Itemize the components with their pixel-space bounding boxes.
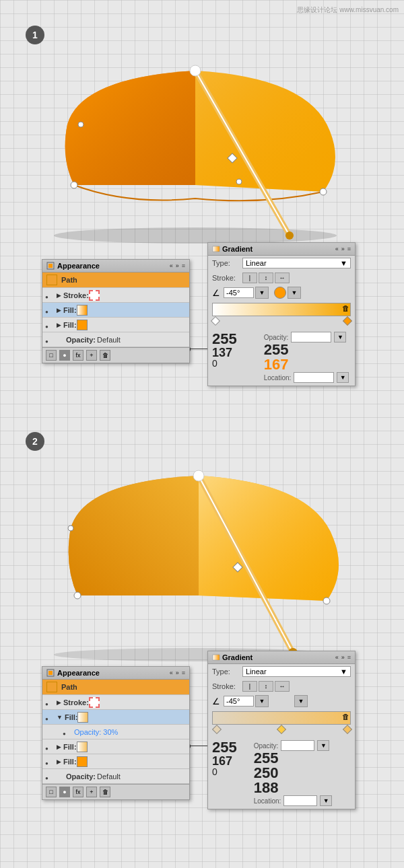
step2-type-select[interactable]: Linear ▼ [242,666,351,677]
fill1-eye-icon[interactable] [45,307,55,314]
fill2-eye-icon[interactable] [45,322,55,328]
step1-path-row: Path [42,273,189,288]
opacity-eye-icon[interactable] [45,336,55,343]
step2-type-label: Type: [212,667,242,676]
angle-symbol: ∠ [212,288,220,298]
stroke-label-grad: Stroke: [212,274,242,282]
step2-grad-stop-left[interactable] [212,725,222,734]
fx-icon[interactable]: fx [73,350,83,361]
gradient-panel-controls[interactable]: «»≡ [335,246,351,252]
step2-delete-stop-icon[interactable]: 🗑 [342,713,349,721]
second-dropdown[interactable]: ▼ [288,287,301,299]
step2-fill1-arrow-down[interactable]: ▼ [57,714,63,721]
step1-r2-value: 255 [264,342,349,357]
step1-number: 1 [26,26,44,44]
step2-stroke-btn3[interactable]: ↔ [275,681,290,692]
delete-stop-icon[interactable]: 🗑 [342,304,349,312]
type-dropdown-arrow[interactable]: ▼ [340,259,347,267]
step1-stroke-label: Stroke: [63,291,89,299]
stroke-btn1[interactable]: | [242,273,257,283]
step2-stroke-arrow-icon[interactable]: ▶ [57,699,61,706]
step2-second-dropdown[interactable]: ▼ [294,695,308,707]
step2-fx-icon[interactable]: fx [73,787,83,797]
grad-stop-right[interactable] [343,316,352,326]
location-dd[interactable]: ▼ [337,372,349,383]
step1-fill2-label: Fill: [63,321,77,329]
step2-fill3-arrow-icon[interactable]: ▶ [57,758,61,765]
step1-fill2-row[interactable]: ▶ Fill: [42,318,189,332]
step1-opacity-row: Opacity: Default [42,332,189,347]
step2-opacity-field[interactable] [281,740,314,751]
step2-fill2-swatch [77,742,88,752]
svg-point-17 [193,470,204,481]
step2-angle-input[interactable]: -45° [224,696,254,707]
step2-fill1-eye-icon[interactable] [45,714,55,721]
step2-location-field[interactable] [283,795,317,806]
step2-stroke-btn1[interactable]: | [242,681,257,692]
stroke-btn3[interactable]: ↔ [275,273,290,283]
step2-type-dropdown-arrow[interactable]: ▼ [340,667,347,676]
step2-right-color-values: Opacity: ▼ 255 250 188 Location: ▼ [254,740,333,806]
step2-fill3-row[interactable]: ▶ Fill: [42,754,189,769]
stroke-arrow-icon[interactable]: ▶ [57,292,61,299]
step1-opacity-inline-label: Opacity: [264,334,289,341]
stroke-buttons[interactable]: | ↕ ↔ [242,273,290,283]
step1-b1-value: 0 [212,359,237,368]
step2-opacity-eye-icon[interactable] [45,773,55,780]
step2-path-label: Path [61,683,77,691]
step2-fill2-arrow-icon[interactable]: ▶ [57,744,61,750]
step1-angle-row: ∠ -45° ▼ ▼ [208,285,355,300]
stroke-eye-icon[interactable] [45,292,55,299]
step2-angle-symbol: ∠ [212,696,220,707]
step1-fill1-row[interactable]: ▶ Fill: [42,303,189,318]
step2-fill1-row[interactable]: ▼ Fill: [42,710,189,725]
step2-stroke-buttons[interactable]: | ↕ ↔ [242,681,290,692]
step2-circle-icon[interactable]: ● [59,787,70,797]
step2-stroke-eye-icon[interactable] [45,699,55,706]
opacity-circle-swatch[interactable] [274,287,286,299]
step2-stroke-row[interactable]: ▶ Stroke: [42,695,189,710]
opacity-field[interactable] [291,332,331,342]
step2-opacity-dd[interactable]: ▼ [317,740,329,751]
path-color-swatch [46,275,57,285]
step1-connector [189,349,209,349]
step2-grad-stop-right[interactable] [343,725,352,734]
opacity-dd[interactable]: ▼ [334,332,346,342]
svg-point-6 [320,188,327,195]
circle-icon[interactable]: ● [59,350,70,361]
angle-input[interactable]: -45° [224,287,254,298]
step1-opacity-label: Opacity: [66,336,96,344]
panel-controls[interactable]: «»≡ [170,262,185,269]
step2-panel-controls[interactable]: «»≡ [170,670,185,676]
grad-stop-left[interactable] [211,316,220,326]
angle-dropdown[interactable]: ▼ [255,287,269,299]
step1-gradient-header: Gradient «»≡ [208,243,355,256]
step2-subopacity-eye-icon[interactable] [63,729,72,735]
square-icon[interactable]: □ [46,350,57,361]
step2-gradient-bar[interactable] [212,711,351,725]
location-field[interactable] [294,372,334,383]
step2-angle-dropdown[interactable]: ▼ [255,695,269,707]
svg-rect-23 [48,671,53,675]
step2-stroke-btn2[interactable]: ↕ [259,681,273,692]
fill1-arrow-icon[interactable]: ▶ [57,307,61,314]
step2-new-icon[interactable]: + [86,787,97,797]
step2-fill3-eye-icon[interactable] [45,758,55,765]
step2-grad-stop-mid[interactable] [277,725,286,734]
step1-stroke-row[interactable]: ▶ Stroke: [42,288,189,303]
step2-fill2-row[interactable]: ▶ Fill: [42,739,189,754]
step2-gradient-controls[interactable]: «»≡ [335,654,351,661]
delete-icon[interactable]: 🗑 [100,350,110,361]
right-color-values: Opacity: ▼ 255 167 Location: ▼ [264,332,349,383]
step2-fill2-eye-icon[interactable] [45,744,55,750]
stroke-btn2[interactable]: ↕ [259,273,273,283]
step2-type-row: Type: Linear ▼ [208,664,355,679]
step2-square-icon[interactable]: □ [46,787,57,797]
step2-delete-icon[interactable]: 🗑 [100,787,110,797]
type-select[interactable]: Linear ▼ [242,258,351,268]
new-icon[interactable]: + [86,350,97,361]
fill2-arrow-icon[interactable]: ▶ [57,322,61,328]
step2-location-dd[interactable]: ▼ [320,795,332,806]
step1-gradient-bar[interactable] [212,303,351,316]
svg-rect-12 [213,246,220,252]
